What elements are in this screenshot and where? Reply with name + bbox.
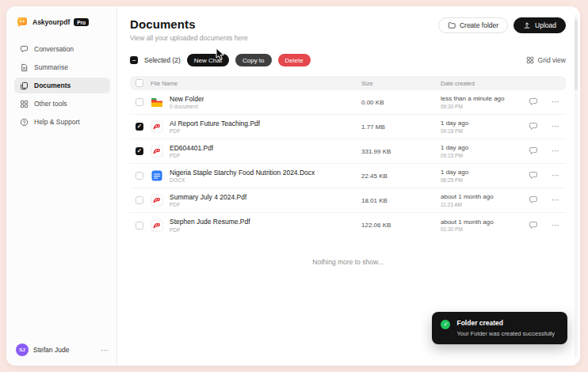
date-created: less than a minute ago	[441, 95, 521, 102]
date-created: 1 day ago	[441, 169, 521, 176]
row-checkbox[interactable]: ✓	[136, 123, 143, 131]
scrollbar-thumb[interactable]	[575, 19, 578, 90]
date-created: 1 day ago	[441, 144, 521, 151]
chat-icon[interactable]	[529, 195, 538, 205]
grid-view-icon	[526, 56, 534, 64]
date-created: about 1 month ago	[441, 218, 521, 226]
toast-message: Your Folder was created successfully	[456, 330, 555, 337]
toast-notification: ✓ Folder created Your Folder was created…	[432, 312, 567, 344]
chat-icon[interactable]	[529, 221, 538, 230]
upload-button[interactable]: Upload	[514, 17, 566, 33]
column-date-created: Date created	[441, 80, 521, 87]
create-folder-label: Create folder	[460, 21, 498, 29]
column-file-name: File Name	[151, 80, 361, 87]
chat-icon[interactable]	[529, 122, 538, 131]
avatar: SJ	[16, 344, 29, 356]
time-created: 09:18 PM	[441, 128, 521, 134]
table-row[interactable]: Nigeria Staple Starchy Food Nutrition 20…	[130, 164, 566, 188]
chat-icon	[20, 45, 29, 54]
sidebar-item-help-support[interactable]: Help & Support	[14, 114, 110, 130]
file-meta: PDF	[170, 202, 246, 207]
more-options-button[interactable]: ⋯	[552, 147, 559, 155]
pdf-file-icon	[151, 219, 163, 232]
table-row[interactable]: ✓ ED604401.Pdf PDF 331.99 KB 1 day ago	[130, 139, 566, 164]
more-options-button[interactable]: ⋯	[552, 222, 559, 230]
chat-icon[interactable]	[529, 146, 538, 156]
time-created: 01:30 PM	[441, 226, 521, 232]
page-subtitle: View all your uploaded documents here	[130, 34, 248, 42]
file-size: 1.77 MB	[361, 123, 441, 131]
user-section: SJ Stefan Jude ⋯	[14, 344, 110, 356]
grid-icon	[20, 100, 29, 108]
copy-icon	[20, 82, 29, 90]
time-created: 11:23 AM	[441, 202, 521, 207]
sidebar-item-conversation[interactable]: Conversation	[14, 41, 110, 57]
file-name: AI Report Future Teaching.Pdf	[170, 120, 260, 127]
file-size: 18.01 KB	[361, 197, 441, 204]
time-created: 06:25 PM	[441, 177, 521, 183]
table-row[interactable]: ✓ AI Report Future Teaching.Pdf PDF 1.77…	[130, 115, 566, 139]
grid-view-toggle[interactable]: Grid view	[526, 56, 566, 64]
file-name: Nigeria Staple Starchy Food Nutrition 20…	[170, 169, 315, 177]
pdf-file-icon	[151, 145, 163, 158]
chat-icon[interactable]	[529, 171, 538, 180]
document-icon	[20, 63, 29, 72]
success-check-icon: ✓	[441, 320, 450, 329]
sidebar-item-label: Summarise	[34, 63, 68, 71]
time-created: 09:15 PM	[441, 153, 521, 158]
row-checkbox[interactable]	[136, 222, 143, 230]
delete-button[interactable]: Delete	[278, 54, 311, 66]
folder-icon	[151, 96, 163, 108]
file-meta: PDF	[170, 153, 213, 158]
docx-file-icon	[151, 169, 163, 182]
selection-toolbar: – Selected (2) New Chat Copy to Delete G…	[130, 54, 566, 66]
file-meta: PDF	[170, 128, 260, 134]
sidebar-item-label: Conversation	[34, 45, 74, 53]
select-all-checkbox[interactable]: –	[130, 56, 138, 64]
sidebar-item-other-tools[interactable]: Other tools	[14, 96, 110, 112]
desktop-background: Askyourpdf Pro Conversation Summarise	[0, 0, 588, 372]
copy-to-button[interactable]: Copy to	[235, 54, 272, 66]
file-meta: 0 document	[170, 104, 204, 109]
user-menu-button[interactable]: ⋯	[101, 346, 110, 355]
grid-view-label: Grid view	[538, 56, 566, 64]
toast-title: Folder created	[456, 319, 555, 327]
new-chat-button[interactable]: New Chat	[187, 54, 229, 66]
row-checkbox[interactable]: ✓	[136, 147, 143, 155]
row-checkbox[interactable]	[136, 98, 143, 106]
brand: Askyourpdf Pro	[14, 16, 110, 28]
more-options-button[interactable]: ⋯	[552, 123, 559, 131]
column-size: Size	[361, 80, 441, 87]
documents-table: File Name Size Date created New Folder	[130, 76, 566, 237]
sidebar-item-label: Other tools	[34, 100, 67, 108]
create-folder-button[interactable]: Create folder	[438, 17, 508, 33]
more-options-button[interactable]: ⋯	[552, 196, 559, 204]
sidebar-item-summarise[interactable]: Summarise	[14, 59, 110, 75]
time-created: 09:30 PM	[441, 104, 521, 109]
row-checkbox[interactable]	[136, 196, 143, 204]
sidebar-item-documents[interactable]: Documents	[14, 78, 110, 93]
empty-state-text: Nothing more to show...	[130, 258, 566, 266]
more-options-button[interactable]: ⋯	[552, 98, 559, 106]
file-name: Stephen Jude Resume.Pdf	[170, 218, 250, 226]
chat-icon[interactable]	[529, 97, 538, 107]
row-checkbox[interactable]	[136, 172, 143, 180]
help-icon	[20, 118, 29, 127]
table-header: File Name Size Date created	[130, 76, 566, 90]
table-row[interactable]: Stephen Jude Resume.Pdf PDF 122.06 KB ab…	[130, 213, 566, 237]
table-row[interactable]: New Folder 0 document 0.00 KB less than …	[130, 90, 566, 115]
selected-count: Selected (2)	[144, 56, 181, 64]
header-checkbox[interactable]	[136, 79, 143, 87]
file-size: 22.45 KB	[361, 173, 441, 180]
scrollbar[interactable]	[575, 14, 578, 358]
sidebar-item-label: Help & Support	[34, 118, 80, 126]
file-name: ED604401.Pdf	[170, 144, 213, 152]
file-meta: PDF	[170, 227, 250, 233]
file-size: 331.99 KB	[361, 148, 441, 155]
sidebar: Askyourpdf Pro Conversation Summarise	[6, 6, 117, 366]
table-row[interactable]: Summary July 4 2024.Pdf PDF 18.01 KB abo…	[130, 188, 566, 213]
file-size: 0.00 KB	[361, 99, 441, 106]
sidebar-menu: Conversation Summarise Documents	[14, 41, 110, 130]
more-options-button[interactable]: ⋯	[552, 172, 559, 180]
pro-badge: Pro	[74, 18, 89, 26]
